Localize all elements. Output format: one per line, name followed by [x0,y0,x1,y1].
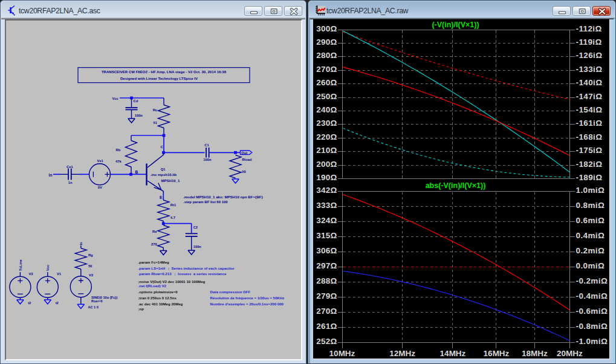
svg-text:C: C [161,145,164,149]
svg-text:50: 50 [242,170,245,174]
svg-text:V3: V3 [28,272,33,276]
svg-text:Rt1: Rt1 [170,203,177,207]
svg-text:In: In [49,173,53,177]
svg-text:.model MPSH10_1 ako: MPSH10 np: .model MPSH10_1 ako: MPSH10 npn BF={BF} [183,195,264,199]
svg-text:.param LS=1nH ; Series indu: .param LS=1nH ; Series inductance of eac… [138,266,235,270]
svg-text:288Ω: 288Ω [316,276,337,285]
svg-text:324Ω: 324Ω [316,216,337,225]
svg-text:0V: 0V [98,186,102,189]
svg-text:Vcc: Vcc [46,264,50,271]
svg-text:0.2miΩ: 0.2miΩ [576,246,605,255]
svg-text:-154iΩ: -154iΩ [576,105,603,114]
svg-text:50: 50 [88,264,92,268]
svg-text:16MHz: 16MHz [484,349,510,358]
svg-text:Rser=0: Rser=0 [91,299,103,303]
svg-text:0.8miΩ: 0.8miΩ [576,201,605,210]
svg-text:230Ω: 230Ω [316,119,337,128]
svg-text:Designed with Linear Technolog: Designed with Linear Technology LTSpice … [120,77,198,80]
svg-text:290Ω: 290Ω [316,37,337,47]
svg-text:252Ω: 252Ω [316,337,337,346]
svg-text:200Ω: 200Ω [316,160,337,169]
svg-text:.net I(RLoad) V2: .net I(RLoad) V2 [138,284,167,288]
svg-text:12MHz: 12MHz [389,349,415,358]
svg-text:47k: 47k [115,160,122,163]
svg-text:AC 1 0: AC 1 0 [88,305,98,309]
svg-text:-119iΩ: -119iΩ [576,37,602,47]
svg-text:C2: C2 [193,226,198,229]
svg-text:-0.2miΩ: -0.2miΩ [576,276,608,285]
svg-text:4.7: 4.7 [170,216,175,219]
svg-text:-161iΩ: -161iΩ [576,119,603,128]
svg-text:TxLine: TxLine [19,259,22,271]
svg-text:279Ω: 279Ω [316,291,337,301]
svg-text:-112iΩ: -112iΩ [576,24,602,33]
svg-text:270Ω: 270Ω [316,65,337,74]
svg-text:-0.4miΩ: -0.4miΩ [576,291,608,301]
svg-text:306Ω: 306Ω [316,246,337,255]
svg-text:Résolution de fréquence = 1/20: Résolution de fréquence = 1/20us = 50KHz [210,296,285,300]
svg-text:.param Fc=14Meg: .param Fc=14Meg [138,260,170,264]
svg-text:-0.8miΩ: -0.8miΩ [576,322,608,331]
svg-text:E: E [160,195,163,200]
svg-text:260Ω: 260Ω [316,78,337,87]
svg-text:100n: 100n [203,158,212,161]
svg-text:(-V(in)/I(V×1)): (-V(in)/I(V×1)) [432,21,479,29]
svg-text:TRANSCEIVER CW F8EOZ - HF Amp.: TRANSCEIVER CW F8EOZ - HF Amp. LNA stage… [102,70,227,74]
svg-text:220Ω: 220Ω [316,132,337,141]
svg-text:1n: 1n [68,181,73,184]
svg-text:-189iΩ: -189iΩ [576,173,603,182]
svg-text:280Ω: 280Ω [316,51,337,60]
svg-text:Re: Re [152,230,157,233]
svg-text:Cd: Cd [134,99,138,103]
svg-text:270Ω: 270Ω [316,307,337,316]
svg-text:Out: Out [241,151,247,155]
svg-text:.options plotwinsize=0: .options plotwinsize=0 [138,290,178,294]
svg-text:190Ω: 190Ω [316,173,337,182]
svg-text:0.4miΩ: 0.4miΩ [576,231,605,240]
svg-text:-140iΩ: -140iΩ [576,78,603,87]
svg-text:-1.0miΩ: -1.0miΩ [576,337,608,346]
svg-text:B: B [135,170,138,174]
svg-text:240Ω: 240Ω [316,105,337,114]
svg-text:.ac dec 401 10Meg 20Meg: .ac dec 401 10Meg 20Meg [138,302,183,306]
svg-text:-133iΩ: -133iΩ [576,65,603,74]
svg-text:18MHz: 18MHz [522,349,548,358]
svg-text:;tran 0 250us 0 12.5ns: ;tran 0 250us 0 12.5ns [138,296,177,300]
svg-text:100n: 100n [193,245,202,249]
svg-text:-168iΩ: -168iΩ [576,132,603,141]
svg-text:;op: ;op [138,307,144,311]
svg-text:Vcc: Vcc [112,97,119,100]
svg-text:-175iΩ: -175iΩ [576,146,603,155]
svg-text:20MHz: 20MHz [557,349,583,358]
svg-text:Rb: Rb [116,148,121,152]
svg-text:t2: t2 [56,301,59,305]
svg-text:V1: V1 [57,272,62,276]
svg-text:51: 51 [154,121,158,125]
svg-text:V2: V2 [89,273,93,277]
svg-text:100n: 100n [135,114,143,117]
svg-text:.inc mpsh10.lib: .inc mpsh10.lib [151,173,177,177]
svg-text:Q1: Q1 [161,167,166,171]
svg-text:SINE(0 10u {Fc}): SINE(0 10u {Fc}) [91,296,118,299]
svg-text:Rload: Rload [242,158,252,161]
svg-text:1.0miΩ: 1.0miΩ [576,186,605,195]
svg-text:250Ω: 250Ω [316,92,337,101]
svg-text:Rc: Rc [153,108,158,112]
svg-text:-126iΩ: -126iΩ [576,51,603,60]
svg-text:-147iΩ: -147iΩ [576,92,603,101]
svg-text:Nombre d'exemples = 20us/0.1ns: Nombre d'exemples = 20us/0.1ns=200 000 [210,302,284,306]
svg-text:14MHz: 14MHz [440,349,466,358]
svg-text:210Ω: 210Ω [316,146,337,155]
svg-text:300Ω: 300Ω [316,24,337,33]
svg-text:261Ω: 261Ω [316,322,337,331]
svg-text:-0.6miΩ: -0.6miΩ [576,307,608,316]
svg-text:MPSH10_1: MPSH10_1 [161,179,180,183]
svg-text:In: In [79,242,83,245]
svg-text:.param Rlow=0.213 ; lossess: .param Rlow=0.213 ; lossess a series res… [138,271,227,276]
svg-text:.step param BF list 60 100: .step param BF list 60 100 [183,200,228,204]
svg-text:Data compression OFF: Data compression OFF [210,290,251,294]
svg-text:0.6miΩ: 0.6miΩ [576,216,605,225]
svg-text:abs(-V(in)/I(V×1)): abs(-V(in)/I(V×1)) [426,181,486,190]
svg-text:C1: C1 [204,143,209,147]
svg-text:315Ω: 315Ω [316,231,337,240]
